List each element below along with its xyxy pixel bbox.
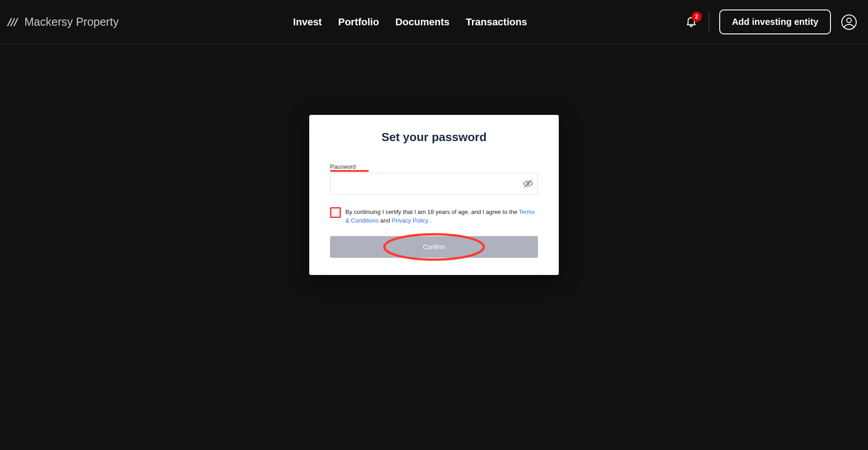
consent-text: By continuing I certify that I am 18 yea…	[345, 208, 538, 225]
svg-point-1	[847, 18, 851, 23]
header-actions: 2 Add investing entity	[684, 9, 857, 34]
confirm-wrap: Confirm	[330, 236, 538, 258]
eye-off-icon	[523, 183, 533, 190]
nav-transactions[interactable]: Transactions	[466, 16, 527, 28]
nav-documents[interactable]: Documents	[395, 16, 449, 28]
app-header: Mackersy Property Invest Portfolio Docum…	[0, 0, 868, 44]
main-nav: Invest Portfolio Documents Transactions	[293, 16, 527, 28]
privacy-link[interactable]: Privacy Policy	[392, 217, 429, 224]
avatar-icon	[841, 24, 857, 32]
brand[interactable]: Mackersy Property	[7, 15, 118, 28]
password-highlight-annotation	[330, 170, 369, 172]
set-password-modal: Set your password Password	[309, 115, 559, 275]
checkbox-highlight-annotation	[330, 207, 341, 218]
toggle-password-visibility[interactable]	[523, 178, 533, 189]
consent-prefix: By continuing I certify that I am 18 yea…	[345, 208, 519, 215]
add-investing-entity-button[interactable]: Add investing entity	[719, 9, 831, 34]
password-input[interactable]	[330, 173, 538, 194]
password-input-wrap	[330, 173, 538, 194]
brand-mark-icon	[7, 16, 20, 28]
consent-row: By continuing I certify that I am 18 yea…	[330, 208, 538, 225]
nav-invest[interactable]: Invest	[293, 16, 322, 28]
brand-name: Mackersy Property	[24, 15, 118, 28]
consent-and: and	[380, 217, 392, 224]
confirm-button[interactable]: Confirm	[330, 236, 538, 258]
consent-suffix: .	[430, 217, 432, 224]
password-label-wrap: Password	[330, 163, 356, 170]
notifications-button[interactable]: 2	[684, 14, 699, 30]
profile-button[interactable]	[841, 14, 857, 30]
header-separator	[709, 12, 709, 32]
notification-badge: 2	[692, 12, 702, 22]
nav-portfolio[interactable]: Portfolio	[338, 16, 379, 28]
main-area: Set your password Password	[0, 44, 868, 450]
modal-title: Set your password	[330, 130, 538, 144]
consent-checkbox[interactable]	[332, 209, 339, 216]
password-label: Password	[330, 163, 356, 170]
